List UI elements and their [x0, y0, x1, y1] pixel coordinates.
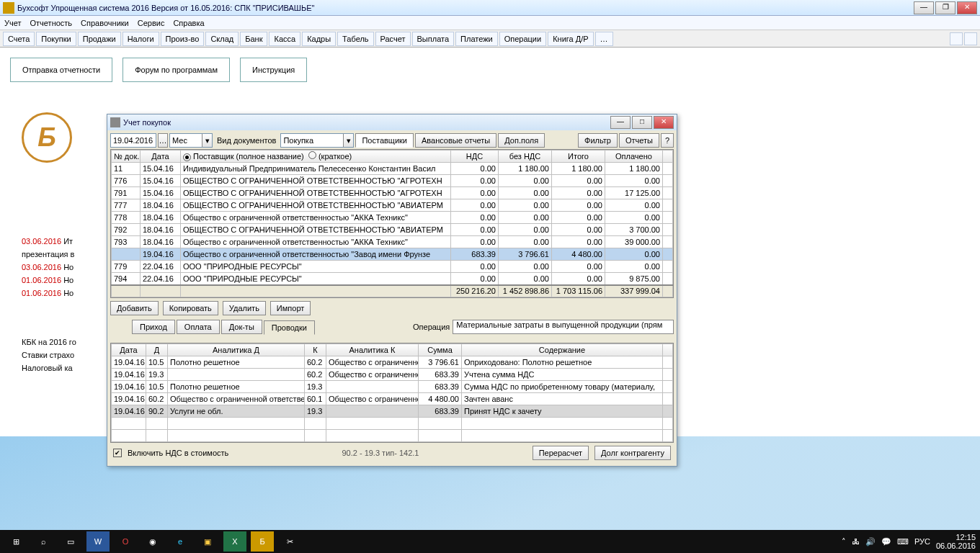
bigbtn[interactable]: Отправка отчетности	[10, 58, 112, 82]
purchases-grid[interactable]: № док.Дата Поставщик (полное название) (…	[110, 149, 674, 298]
col-header[interactable]: Д	[146, 344, 168, 356]
col-header[interactable]: Содержание	[462, 344, 663, 356]
col-header[interactable]: Дата	[141, 150, 181, 163]
col-header[interactable]: без НДС	[499, 150, 552, 163]
toolbar-Касса[interactable]: Касса	[269, 32, 300, 46]
language-indicator[interactable]: РУС	[914, 537, 930, 546]
toolbar-Покупки[interactable]: Покупки	[36, 32, 76, 46]
tray-chevron-icon[interactable]: ˄	[842, 537, 846, 547]
opera-icon[interactable]: O	[114, 531, 137, 552]
col-header[interactable]: Сумма	[419, 344, 462, 356]
filter-button[interactable]: Фильтр	[578, 133, 618, 148]
notifications-icon[interactable]: 💬	[881, 537, 891, 547]
windows-taskbar[interactable]: ⊞ ⌕ ▭ W O ◉ e ▣ X Б ✂ ˄ 🖧 🔊 💬 ⌨ РУС 12:1…	[0, 530, 980, 553]
table-row[interactable]: 19.04.1619.360.2Общество с ограниченно68…	[112, 369, 673, 381]
table-row[interactable]: 79218.04.16ОБЩЕСТВО С ОГРАНИЧЕННОЙ ОТВЕТ…	[112, 224, 673, 236]
volume-icon[interactable]: 🔊	[865, 537, 876, 547]
close-button[interactable]: ✕	[957, 1, 977, 14]
table-row[interactable]: 19.04.1690.2Услуги не обл.19.3683.39Прин…	[112, 405, 673, 418]
table-row[interactable]: 19.04.16Общество с ограниченной ответств…	[112, 248, 673, 261]
radio-short[interactable]	[308, 151, 316, 159]
network-icon[interactable]: 🖧	[852, 537, 860, 546]
toolbar-Табель[interactable]: Табель	[337, 32, 373, 46]
keyboard-icon[interactable]: ⌨	[897, 537, 909, 547]
toolbar-Операции[interactable]: Операции	[499, 32, 546, 46]
bigbtn[interactable]: Форум по программам	[122, 58, 230, 82]
toolbar-Продажи[interactable]: Продажи	[78, 32, 121, 46]
menu-Справка[interactable]: Справка	[173, 19, 204, 27]
col-header[interactable]: Поставщик (полное название) (краткое)	[181, 150, 451, 163]
table-row[interactable]: 77615.04.16ОБЩЕСТВО С ОГРАНИЧЕННОЙ ОТВЕТ…	[112, 175, 673, 187]
vat-checkbox[interactable]: ✔	[113, 449, 122, 457]
toolbar-Расчет[interactable]: Расчет	[375, 32, 411, 46]
excel-icon[interactable]: X	[223, 531, 246, 552]
table-row[interactable]: 77922.04.16ООО "ПРИРОДНЫЕ РЕСУРСЫ"0.000.…	[112, 261, 673, 273]
modal-maximize-button[interactable]: □	[632, 116, 652, 129]
col-header[interactable]: Оплачено	[605, 150, 663, 163]
col-header[interactable]: Дата	[112, 344, 146, 356]
action-Удалить[interactable]: Удалить	[223, 301, 266, 315]
suppliers-tab[interactable]: Поставщики	[355, 133, 414, 148]
toolbar-more[interactable]: …	[595, 32, 613, 46]
modal-titlebar[interactable]: Учет покупок — □ ✕	[107, 114, 677, 130]
subtab-Приход[interactable]: Приход	[132, 320, 175, 334]
subtab-Оплата[interactable]: Оплата	[177, 320, 220, 334]
edge-icon[interactable]: e	[169, 531, 192, 552]
app-task-icon[interactable]: Б	[251, 531, 274, 552]
table-row[interactable]: 79115.04.16ОБЩЕСТВО С ОГРАНИЧЕННОЙ ОТВЕТ…	[112, 187, 673, 199]
action-Копировать[interactable]: Копировать	[163, 301, 218, 315]
subtab-Док-ты[interactable]: Док-ты	[221, 320, 262, 334]
recalc-button[interactable]: Перерасчет	[533, 446, 589, 460]
help-button[interactable]: ?	[661, 133, 674, 148]
search-icon[interactable]: ⌕	[32, 531, 55, 552]
modal-minimize-button[interactable]: —	[610, 116, 631, 129]
col-header[interactable]: К	[305, 344, 326, 356]
cloud-icon[interactable]	[950, 32, 963, 45]
menu-Сервис[interactable]: Сервис	[138, 19, 165, 27]
update-icon[interactable]	[964, 32, 977, 45]
taskview-icon[interactable]: ▭	[59, 531, 82, 552]
bigbtn[interactable]: Инструкция	[240, 58, 307, 82]
table-row[interactable]: 19.04.1610.5Полотно решетное19.3683.39Су…	[112, 381, 673, 393]
toolbar-Счета[interactable]: Счета	[3, 32, 35, 46]
toolbar-Книга Д/Р[interactable]: Книга Д/Р	[548, 32, 593, 46]
menu-Справочники[interactable]: Справочники	[81, 19, 129, 27]
subtab-Проводки[interactable]: Проводки	[264, 320, 315, 335]
date-picker-button[interactable]: …	[158, 133, 168, 148]
col-header[interactable]: Аналитика Д	[168, 344, 305, 356]
debt-button[interactable]: Долг контрагенту	[594, 446, 671, 460]
table-row[interactable]: 1115.04.16Индивидуальный Предприниматель…	[112, 163, 673, 175]
menu-Отчетность[interactable]: Отчетность	[30, 19, 73, 27]
chrome-icon[interactable]: ◉	[141, 531, 164, 552]
toolbar-Банк[interactable]: Банк	[240, 32, 267, 46]
extra-fields-tab[interactable]: Доп.поля	[498, 133, 545, 148]
reports-button[interactable]: Отчеты	[619, 133, 659, 148]
table-row[interactable]: 19.04.1660.2Общество с ограниченной отве…	[112, 393, 673, 405]
table-row[interactable]: 19.04.1610.5Полотно решетное60.2Общество…	[112, 356, 673, 369]
explorer-icon[interactable]: ▣	[196, 531, 219, 552]
doc-type-select[interactable]: Покупка▾	[280, 133, 354, 148]
period-select[interactable]: Мес▾	[169, 133, 213, 148]
toolbar-Склад[interactable]: Склад	[205, 32, 239, 46]
toolbar-Выплата[interactable]: Выплата	[412, 32, 455, 46]
operation-field[interactable]: Материальные затраты в выпущенной продук…	[453, 320, 674, 334]
col-header[interactable]: № док.	[112, 150, 141, 163]
menu-Учет[interactable]: Учет	[4, 19, 22, 27]
table-row[interactable]: 79318.04.16Общество с ограниченной ответ…	[112, 236, 673, 248]
clock[interactable]: 12:1506.06.2016	[936, 533, 976, 550]
radio-full[interactable]	[183, 153, 191, 161]
toolbar-Платежи[interactable]: Платежи	[455, 32, 498, 46]
table-row[interactable]: 77818.04.16Общество с ограниченной ответ…	[112, 212, 673, 224]
toolbar-Произ-во[interactable]: Произ-во	[161, 32, 205, 46]
start-button[interactable]: ⊞	[4, 531, 27, 552]
table-row[interactable]: 77718.04.16ОБЩЕСТВО С ОГРАНИЧЕННОЙ ОТВЕТ…	[112, 199, 673, 212]
modal-close-button[interactable]: ✕	[654, 116, 674, 129]
action-Импорт[interactable]: Импорт	[270, 301, 311, 315]
col-header[interactable]: Аналитика К	[326, 344, 419, 356]
snipping-icon[interactable]: ✂	[278, 531, 301, 552]
col-header[interactable]: Итого	[552, 150, 605, 163]
advance-reports-tab[interactable]: Авансовые отчеты	[415, 133, 496, 148]
word-icon[interactable]: W	[86, 531, 110, 552]
toolbar-Налоги[interactable]: Налоги	[122, 32, 159, 46]
col-header[interactable]: НДС	[451, 150, 499, 163]
